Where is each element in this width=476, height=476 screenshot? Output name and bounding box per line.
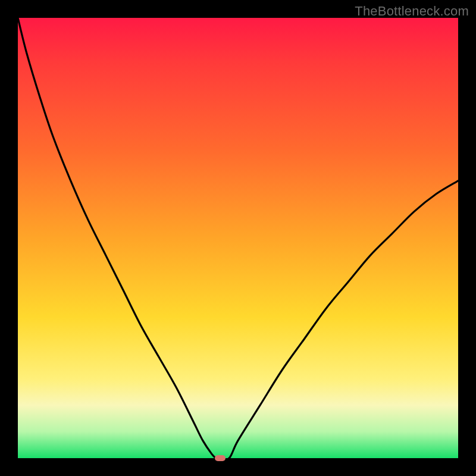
plot-area — [18, 18, 458, 458]
attribution-text: TheBottleneck.com — [355, 4, 469, 19]
curve-path — [18, 18, 458, 459]
bottleneck-curve — [18, 18, 458, 458]
chart-frame: TheBottleneck.com — [0, 0, 476, 476]
minimum-marker — [215, 455, 226, 461]
